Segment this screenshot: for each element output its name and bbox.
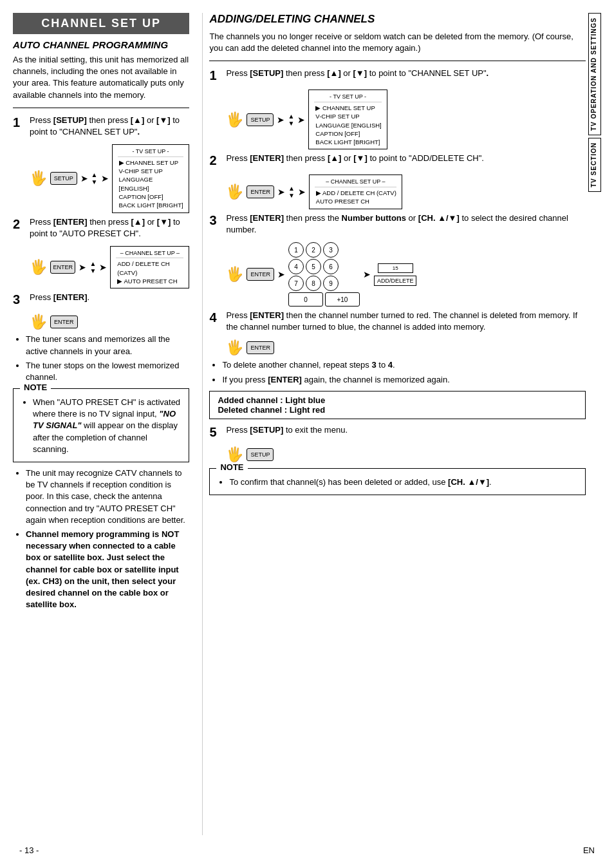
remote-hand-icon: 🖐 [30,170,47,187]
menu-title-2: – CHANNEL SET UP – [116,249,183,259]
right-menu-item-language: LANGUAGE [ENGLISH] [314,121,381,129]
right-remote-hand4-icon: 🖐 [226,339,243,356]
add-delete-label: ADD/DELETE [374,276,417,286]
numpad-key-1: 1 [288,242,304,258]
right-step-number-2: 2 [209,153,222,168]
menu-box-step1: - TV SET UP - CHANNEL SET UP V-CHIP SET … [112,144,190,212]
right-step-5-diagram: 🖐 SETUP [226,446,586,463]
step-3-bullets: The tuner scans and memorizes all the ac… [26,334,189,383]
right-step-number-3: 3 [209,212,222,228]
step-3-text: Press [ENTER]. [30,292,189,303]
enter-button-icon: ENTER [50,261,75,274]
step-number-3: 3 [13,292,26,307]
menu-item-language: LANGUAGE [ENGLISH] [118,175,184,193]
numpad-key-3: 3 [323,242,339,258]
right-enter-button2-icon: ENTER [247,268,274,281]
right-with-sidebar: ADDING/DELETING CHANNELS The channels yo… [202,13,601,835]
adding-deleting-title: ADDING/DELETING CHANNELS [209,13,586,26]
right-step-3-diagram: 🖐 ENTER ➤ 1 2 3 4 5 6 [226,242,586,307]
updown-icon: ▲▼ [91,171,98,185]
footer-lang: EN [583,845,595,855]
bullet-enter-again: If you press [ENTER] again, the channel … [222,374,586,386]
left-step-2: 2 Press [ENTER] then press [▲] or [▼] to… [13,216,189,240]
menu-item-auto-preset: AUTO PRESET CH [116,277,183,285]
right-step-3: 3 Press [ENTER] then press the Number bu… [209,212,586,236]
page: CHANNEL SET UP AUTO CHANNEL PROGRAMMING … [0,0,614,868]
right-arrow3-icon: ➤ [277,187,285,197]
setup-button-icon: SETUP [50,172,77,185]
numpad-key-7: 7 [288,276,304,291]
tv-section-label: TV SECTION [588,138,601,192]
arrow-right2-icon: ➤ [79,262,86,272]
note-item-no-signal: When "AUTO PRESET CH" is activated where… [33,397,182,455]
right-step-2: 2 Press [ENTER] then press [▲] or [▼] to… [209,153,586,168]
numpad-key-2: 2 [306,242,321,258]
menu-item-vchip: V-CHIP SET UP [118,167,184,175]
right-remote-hand1-icon: 🖐 [226,111,243,128]
note-bullets-left: When "AUTO PRESET CH" is activated where… [33,397,182,455]
right-menu-title-2: – CHANNEL SET UP – [315,178,396,187]
right-updown2-icon: ▲▼ [288,185,295,199]
step-4-bullets: To delete another channel, repeat steps … [222,359,586,385]
numpad-key-6: 6 [323,259,339,274]
numpad-key-0: 0 [288,292,323,307]
note-label-right: NOTE [216,462,247,472]
remote-hand2-icon: 🖐 [30,259,47,276]
right-step-number-5: 5 [209,424,222,440]
note-box-left: NOTE When "AUTO PRESET CH" is activated … [13,388,189,462]
right-enter-button3-icon: ENTER [247,341,274,354]
right-step-1-diagram: 🖐 SETUP ➤ ▲▼ ➤ - TV SET UP - CHANNEL SET… [226,90,586,149]
right-column: ADDING/DELETING CHANNELS The channels yo… [202,13,586,835]
right-step-number-1: 1 [209,68,222,83]
note-label-left: NOTE [20,382,51,392]
right-arrow5-icon: ➤ [277,269,285,279]
right-menu-item-vchip: V-CHIP SET UP [314,112,381,120]
right-step-4-diagram: 🖐 ENTER [226,339,586,356]
bullet-cable-box: Channel memory programming is NOT necess… [26,529,189,610]
channel-info-line2: Deleted channel : Light red [218,405,577,415]
footer-page: - 13 - [19,845,39,855]
step-number-2: 2 [13,216,26,232]
bullet-catv: The unit may recognize CATV channels to … [26,467,189,526]
left-column: CHANNEL SET UP AUTO CHANNEL PROGRAMMING … [13,13,202,835]
updown2-icon: ▲▼ [89,260,96,274]
note-box-right: NOTE To confirm that channel(s) has been… [209,468,586,495]
numpad-key-4: 4 [288,259,304,274]
step-number-1: 1 [13,115,26,130]
step-1-diagram: 🖐 SETUP ➤ ▲▼ ➤ - TV SET UP - CHANNEL SET… [30,144,189,212]
auto-channel-programming-title: AUTO CHANNEL PROGRAMMING [13,39,189,50]
numpad: 1 2 3 4 5 6 7 8 9 [288,242,360,307]
step-2-diagram: 🖐 ENTER ➤ ▲▼ ➤ – CHANNEL SET UP – ADD / … [30,246,189,288]
menu-item-add-delete: ADD / DELETE CH (CATV) [116,259,183,277]
left-step-3: 3 Press [ENTER]. [13,292,189,307]
note-item-confirm: To confirm that channel(s) has been dele… [229,476,579,488]
adding-deleting-intro: The channels you no longer receive or se… [209,31,586,54]
right-remote-hand2-icon: 🖐 [226,184,243,200]
right-menu-item-add-delete: ADD / DELETE CH (CATV) [315,189,396,197]
right-menu-box-step1: - TV SET UP - CHANNEL SET UP V-CHIP SET … [308,90,387,149]
right-arrow4-icon: ➤ [298,187,306,197]
step-1-text: Press [SETUP] then press [▲] or [▼] to p… [30,115,189,138]
right-menu-box-step2: – CHANNEL SET UP – ADD / DELETE CH (CATV… [309,175,402,209]
right-step-3-text: Press [ENTER] then press the Number butt… [226,212,586,236]
right-arrow1-icon: ➤ [277,115,284,125]
add-delete-box: 15 [378,263,413,273]
right-step-2-diagram: 🖐 ENTER ➤ ▲▼ ➤ – CHANNEL SET UP – ADD / … [226,175,586,209]
right-step-4-text: Press [ENTER] then the channel number tu… [226,310,586,333]
right-step-4: 4 Press [ENTER] then the channel number … [209,310,586,333]
right-step-5: 5 Press [SETUP] to exit the menu. [209,424,586,440]
menu-title-1: - TV SET UP - [118,147,184,157]
menu-item-backlight: BACK LIGHT [BRIGHT] [118,201,184,209]
right-remote-hand5-icon: 🖐 [226,446,243,463]
step-2-text: Press [ENTER] then press [▲] or [▼] to p… [30,216,189,240]
right-step-5-text: Press [SETUP] to exit the menu. [226,424,586,436]
right-step-2-text: Press [ENTER] then press [▲] or [▼] to p… [226,153,586,164]
numpad-key-plus10: +10 [325,292,360,307]
menu-item-channel-set-up: CHANNEL SET UP [118,158,184,167]
numpad-key-5: 5 [306,259,321,274]
right-updown1-icon: ▲▼ [288,113,294,127]
bullet-tuner-stops: The tuner stops on the lowest memorized … [26,360,189,383]
right-menu-item-backlight: BACK LIGHT [BRIGHT] [314,138,381,146]
bullet-delete-repeat: To delete another channel, repeat steps … [222,359,586,371]
menu-box-step2: – CHANNEL SET UP – ADD / DELETE CH (CATV… [110,246,189,288]
